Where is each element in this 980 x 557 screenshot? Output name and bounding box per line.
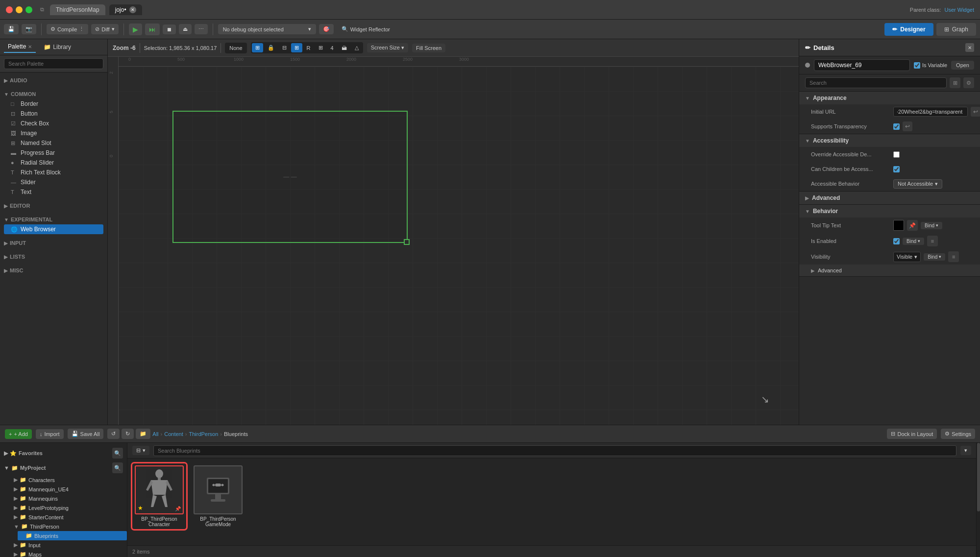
folder-mannequin-ue4[interactable]: ▶ 📁 Mannequin_UE4 bbox=[6, 484, 127, 494]
folder-input[interactable]: ▶ 📁 Input bbox=[6, 540, 127, 550]
dock-in-layout-button[interactable]: ⊟ Dock in Layout bbox=[887, 429, 937, 439]
palette-section-misc-header[interactable]: ▶ MISC bbox=[4, 266, 103, 275]
resize-handle[interactable] bbox=[404, 239, 410, 245]
breadcrumb-thirdperson[interactable]: ThirdPerson bbox=[189, 431, 218, 437]
open-button[interactable]: Open bbox=[951, 61, 974, 70]
palette-item-radial-slider[interactable]: ● Radial Slider bbox=[4, 158, 103, 168]
palette-section-input-header[interactable]: ▶ INPUT bbox=[4, 238, 103, 248]
palette-section-lists-header[interactable]: ▶ LISTS bbox=[4, 252, 103, 262]
asset-search-input[interactable] bbox=[153, 445, 956, 456]
lock-tool[interactable]: 🔒 bbox=[264, 43, 278, 52]
step-button[interactable]: ⏭ bbox=[145, 24, 160, 35]
settings-button[interactable]: ⚙ Settings bbox=[941, 429, 975, 439]
palette-item-slider[interactable]: — Slider bbox=[4, 177, 103, 187]
palette-section-common-header[interactable]: ▼ COMMON bbox=[4, 89, 103, 99]
palette-tab-close[interactable]: ✕ bbox=[28, 44, 32, 49]
stop-button[interactable]: ⏹ bbox=[163, 24, 176, 34]
section-accessibility-header[interactable]: ▼ Accessibility bbox=[799, 134, 980, 147]
palette-item-checkbox[interactable]: ☑ Check Box bbox=[4, 119, 103, 128]
tab-jojo[interactable]: jojo• ✕ bbox=[109, 4, 142, 15]
visibility-dropdown[interactable]: Visible ▾ bbox=[893, 252, 921, 262]
palette-item-image[interactable]: 🖼 Image bbox=[4, 128, 103, 138]
supports-transparency-reset[interactable]: ↩ bbox=[903, 121, 912, 131]
graph-button[interactable]: ⊞ Graph bbox=[936, 23, 976, 36]
advanced-subsection-header[interactable]: ▶ Advanced bbox=[799, 265, 980, 276]
play-button[interactable]: ▶ bbox=[129, 24, 142, 35]
palette-item-border[interactable]: □ Border bbox=[4, 99, 103, 109]
widget-canvas-box[interactable]: — — bbox=[172, 111, 408, 243]
favorites-header[interactable]: ▶ ⭐ Favorites 🔍 bbox=[0, 446, 127, 460]
initial-url-input[interactable] bbox=[893, 107, 968, 117]
up-tool[interactable]: △ bbox=[351, 43, 362, 52]
folder-characters[interactable]: ▶ 📁 Characters bbox=[6, 475, 127, 484]
myproject-search-icon[interactable]: 🔍 bbox=[112, 462, 123, 473]
palette-search-input[interactable] bbox=[4, 58, 103, 69]
eject-button[interactable]: ⏏ bbox=[179, 24, 192, 34]
details-settings-icon[interactable]: ⚙ bbox=[963, 77, 974, 88]
fill-screen-button[interactable]: Fill Screen bbox=[412, 44, 445, 52]
tooltip-color-swatch[interactable] bbox=[893, 220, 904, 231]
save-all-button[interactable]: 💾 Save All bbox=[68, 429, 104, 439]
palette-section-experimental-header[interactable]: ▼ EXPERIMENTAL bbox=[4, 215, 103, 224]
snap-grid-tool[interactable]: ⊞ bbox=[315, 43, 326, 52]
visibility-options-icon[interactable]: ≡ bbox=[948, 251, 959, 262]
none-tool[interactable]: None bbox=[226, 44, 245, 52]
favorites-search-icon[interactable]: 🔍 bbox=[112, 448, 123, 459]
myproject-header[interactable]: ▼ 📁 MyProject 🔍 bbox=[0, 460, 127, 475]
number-tool[interactable]: 4 bbox=[327, 44, 337, 52]
asset-bp-thirdperson-gamemode[interactable]: BP_ThirdPerson GameMode bbox=[191, 463, 245, 529]
initial-url-reset[interactable]: ↩ bbox=[971, 107, 980, 117]
breadcrumb-content[interactable]: Content bbox=[164, 431, 183, 437]
folder-tree-scrollbar[interactable] bbox=[976, 443, 980, 557]
details-search-input[interactable] bbox=[805, 77, 947, 88]
debug-selector[interactable]: No debug object selected ▾ bbox=[218, 24, 316, 34]
more-button[interactable]: ⋯ bbox=[195, 24, 208, 34]
details-grid-icon[interactable]: ⊞ bbox=[950, 77, 960, 88]
section-behavior-header[interactable]: ▼ Behavior bbox=[799, 205, 980, 218]
supports-transparency-checkbox[interactable] bbox=[893, 123, 900, 130]
minimize-button[interactable] bbox=[16, 6, 23, 13]
designer-button[interactable]: ✏ Designer bbox=[884, 23, 933, 36]
tooltip-pin-icon[interactable]: 📌 bbox=[907, 220, 918, 231]
filter-button[interactable]: ⊟ ▾ bbox=[132, 446, 149, 455]
r-tool[interactable]: R bbox=[303, 44, 314, 52]
palette-item-button[interactable]: ⊡ Button bbox=[4, 109, 103, 119]
screen-size-button[interactable]: Screen Size ▾ bbox=[367, 43, 408, 52]
is-variable-checkbox[interactable] bbox=[914, 62, 920, 69]
close-button[interactable] bbox=[6, 6, 13, 13]
folder-mannequins[interactable]: ▶ 📁 Mannequins bbox=[6, 494, 127, 503]
can-children-checkbox[interactable] bbox=[893, 166, 900, 172]
asset-bp-thirdperson-character[interactable]: ★ 📌 BP_ThirdPerson Character bbox=[132, 463, 186, 529]
folder-level-prototyping[interactable]: ▶ 📁 LevelPrototyping bbox=[6, 503, 127, 512]
grid-tool[interactable]: ⊞ bbox=[291, 43, 302, 52]
maximize-button[interactable] bbox=[25, 6, 32, 13]
add-button[interactable]: + + Add bbox=[5, 429, 32, 439]
capture-button[interactable]: 📷 bbox=[22, 24, 36, 34]
align-v-tool[interactable]: ⊟ bbox=[279, 43, 290, 52]
section-appearance-header[interactable]: ▼ Appearance bbox=[799, 92, 980, 104]
is-enabled-bind-button[interactable]: Bind ▾ bbox=[903, 238, 924, 245]
diff-button[interactable]: ⊘ Diff ▾ bbox=[91, 24, 118, 34]
override-accessible-checkbox[interactable] bbox=[893, 151, 900, 158]
section-advanced-header[interactable]: ▶ Advanced bbox=[799, 192, 980, 204]
details-close-button[interactable]: ✕ bbox=[965, 43, 974, 52]
palette-item-named-slot[interactable]: ⊞ Named Slot bbox=[4, 138, 103, 148]
folder-view-button[interactable]: 📁 bbox=[136, 429, 150, 439]
is-enabled-options-icon[interactable]: ≡ bbox=[927, 236, 938, 246]
is-enabled-checkbox[interactable] bbox=[893, 238, 900, 244]
folder-starter-content[interactable]: ▶ 📁 StarterContent bbox=[6, 512, 127, 522]
palette-item-web-browser[interactable]: 🌐 Web Browser bbox=[4, 224, 103, 234]
folder-blueprints[interactable]: 📁 Blueprints bbox=[18, 531, 127, 540]
folder-maps[interactable]: ▶ 📁 Maps bbox=[6, 550, 127, 557]
tab-palette[interactable]: Palette ✕ bbox=[4, 41, 36, 53]
palette-section-editor-header[interactable]: ▶ EDITOR bbox=[4, 201, 103, 211]
folder-thirdperson[interactable]: ▼ 📁 ThirdPerson bbox=[6, 522, 127, 531]
asset-search-down-button[interactable]: ▾ bbox=[960, 446, 971, 455]
palette-item-text[interactable]: T Text bbox=[4, 187, 103, 197]
debug-icon-button[interactable]: 🎯 bbox=[319, 24, 334, 34]
breadcrumb-all[interactable]: All bbox=[152, 431, 158, 437]
tab-close-icon[interactable]: ✕ bbox=[129, 6, 136, 13]
tab-library[interactable]: 📁 Library bbox=[40, 42, 75, 52]
not-accessible-dropdown[interactable]: Not Accessible ▾ bbox=[893, 179, 942, 189]
palette-section-audio-header[interactable]: ▶ AUDIO bbox=[4, 75, 103, 85]
